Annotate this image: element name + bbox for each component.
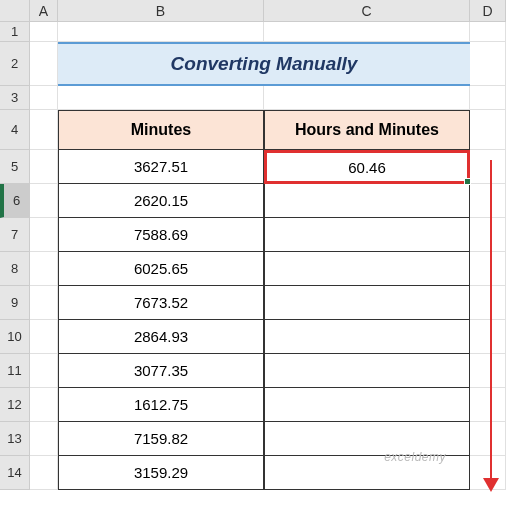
- row-header-3[interactable]: 3: [0, 86, 30, 110]
- cell-hours-9[interactable]: [264, 286, 470, 320]
- row-header-4[interactable]: 4: [0, 110, 30, 150]
- annotation-arrow: [490, 160, 492, 490]
- cell-d1[interactable]: [470, 22, 506, 42]
- col-header-c[interactable]: C: [264, 0, 470, 22]
- row-header-10[interactable]: 10: [0, 320, 30, 354]
- cell-d7[interactable]: [470, 218, 506, 252]
- row-header-9[interactable]: 9: [0, 286, 30, 320]
- cell-a2[interactable]: [30, 42, 58, 86]
- cell-minutes-10[interactable]: 2864.93: [58, 320, 264, 354]
- cell-d4[interactable]: [470, 110, 506, 150]
- cell-d6[interactable]: [470, 184, 506, 218]
- cell-d5[interactable]: [470, 150, 506, 184]
- cell-d8[interactable]: [470, 252, 506, 286]
- cell-a9[interactable]: [30, 286, 58, 320]
- cell-a13[interactable]: [30, 422, 58, 456]
- cell-minutes-7[interactable]: 7588.69: [58, 218, 264, 252]
- row-header-2[interactable]: 2: [0, 42, 30, 86]
- header-minutes[interactable]: Minutes: [58, 110, 264, 150]
- col-header-b[interactable]: B: [58, 0, 264, 22]
- cell-d2[interactable]: [470, 42, 506, 86]
- cell-a5[interactable]: [30, 150, 58, 184]
- cell-a4[interactable]: [30, 110, 58, 150]
- cell-minutes-9[interactable]: 7673.52: [58, 286, 264, 320]
- cell-minutes-14[interactable]: 3159.29: [58, 456, 264, 490]
- row-header-5[interactable]: 5: [0, 150, 30, 184]
- cell-b3[interactable]: [58, 86, 264, 110]
- cell-hours-5-value: 60.46: [348, 159, 386, 176]
- cell-minutes-8[interactable]: 6025.65: [58, 252, 264, 286]
- cell-hours-8[interactable]: [264, 252, 470, 286]
- cell-d11[interactable]: [470, 354, 506, 388]
- cell-d9[interactable]: [470, 286, 506, 320]
- spreadsheet-grid: A B C D 1 2 Converting Manually 3 4 Minu…: [0, 0, 506, 490]
- cell-a7[interactable]: [30, 218, 58, 252]
- cell-d3[interactable]: [470, 86, 506, 110]
- cell-c1[interactable]: [264, 22, 470, 42]
- cell-d13[interactable]: [470, 422, 506, 456]
- fill-handle[interactable]: [464, 178, 471, 185]
- cell-c3[interactable]: [264, 86, 470, 110]
- cell-minutes-5[interactable]: 3627.51: [58, 150, 264, 184]
- title-cell[interactable]: Converting Manually: [58, 42, 470, 86]
- cell-a14[interactable]: [30, 456, 58, 490]
- row-header-12[interactable]: 12: [0, 388, 30, 422]
- cell-a12[interactable]: [30, 388, 58, 422]
- cell-hours-7[interactable]: [264, 218, 470, 252]
- cell-a3[interactable]: [30, 86, 58, 110]
- cell-minutes-13[interactable]: 7159.82: [58, 422, 264, 456]
- cell-hours-10[interactable]: [264, 320, 470, 354]
- row-header-8[interactable]: 8: [0, 252, 30, 286]
- row-header-14[interactable]: 14: [0, 456, 30, 490]
- cell-minutes-11[interactable]: 3077.35: [58, 354, 264, 388]
- header-hours[interactable]: Hours and Minutes: [264, 110, 470, 150]
- cell-hours-11[interactable]: [264, 354, 470, 388]
- cell-d10[interactable]: [470, 320, 506, 354]
- row-header-1[interactable]: 1: [0, 22, 30, 42]
- corner-header[interactable]: [0, 0, 30, 22]
- row-header-7[interactable]: 7: [0, 218, 30, 252]
- cell-a10[interactable]: [30, 320, 58, 354]
- cell-a8[interactable]: [30, 252, 58, 286]
- cell-minutes-6[interactable]: 2620.15: [58, 184, 264, 218]
- cell-minutes-12[interactable]: 1612.75: [58, 388, 264, 422]
- col-header-a[interactable]: A: [30, 0, 58, 22]
- col-header-d[interactable]: D: [470, 0, 506, 22]
- cell-b1[interactable]: [58, 22, 264, 42]
- cell-d12[interactable]: [470, 388, 506, 422]
- cell-a6[interactable]: [30, 184, 58, 218]
- row-header-6[interactable]: 6: [0, 184, 30, 218]
- cell-hours-5[interactable]: 60.46: [264, 150, 470, 184]
- cell-hours-12[interactable]: [264, 388, 470, 422]
- cell-hours-6[interactable]: [264, 184, 470, 218]
- cell-a11[interactable]: [30, 354, 58, 388]
- watermark: exceldemy: [384, 450, 446, 464]
- cell-a1[interactable]: [30, 22, 58, 42]
- row-header-13[interactable]: 13: [0, 422, 30, 456]
- row-header-11[interactable]: 11: [0, 354, 30, 388]
